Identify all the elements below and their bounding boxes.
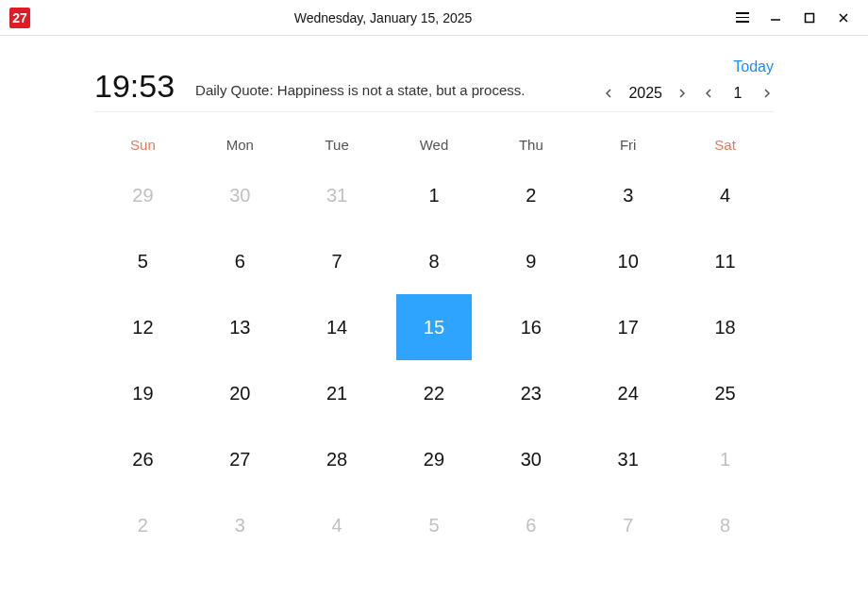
calendar-day-cell[interactable]: 6 xyxy=(192,228,289,294)
year-label: 2025 xyxy=(628,85,662,102)
titlebar-controls xyxy=(736,10,868,25)
calendar-day-cell[interactable]: 3 xyxy=(192,492,289,558)
minimize-button[interactable] xyxy=(768,10,783,25)
calendar-day-cell[interactable]: 10 xyxy=(579,228,676,294)
calendar-day-cell[interactable]: 4 xyxy=(289,492,386,558)
calendar-day-number: 5 xyxy=(105,228,180,294)
next-month-button[interactable] xyxy=(760,87,774,100)
app-window: 27 Wednesday, January 15, 2025 19:53 Dai… xyxy=(0,0,868,594)
weekday-header: Thu xyxy=(482,137,579,153)
calendar-day-number: 4 xyxy=(688,162,763,228)
calendar-grid: 2930311234567891011121314151617181920212… xyxy=(94,162,774,558)
header-right: Today 2025 1 xyxy=(602,58,774,102)
calendar-day-number: 23 xyxy=(493,360,569,426)
prev-month-button[interactable] xyxy=(702,87,715,100)
calendar-day-number: 30 xyxy=(202,162,277,228)
calendar-day-number: 29 xyxy=(105,162,180,228)
calendar-day-cell[interactable]: 29 xyxy=(386,426,483,492)
daily-quote: Daily Quote: Happiness is not a state, b… xyxy=(195,82,602,102)
calendar-day-cell[interactable]: 1 xyxy=(386,162,483,228)
calendar-day-number: 25 xyxy=(688,360,763,426)
calendar-day-cell[interactable]: 11 xyxy=(676,228,774,294)
app-icon: 27 xyxy=(9,8,30,28)
calendar-day-number: 8 xyxy=(688,492,763,558)
year-month-nav: 2025 1 xyxy=(602,85,774,102)
calendar-day-cell[interactable]: 22 xyxy=(386,360,483,426)
calendar-day-cell[interactable]: 31 xyxy=(579,426,676,492)
calendar-day-cell[interactable]: 18 xyxy=(676,294,774,360)
calendar-day-number: 5 xyxy=(396,492,472,558)
maximize-button[interactable] xyxy=(802,10,817,25)
titlebar: 27 Wednesday, January 15, 2025 xyxy=(0,0,868,36)
calendar-day-cell[interactable]: 8 xyxy=(676,492,774,558)
calendar-day-cell[interactable]: 13 xyxy=(192,294,289,360)
month-label: 1 xyxy=(728,85,747,102)
calendar-day-cell[interactable]: 26 xyxy=(94,426,192,492)
calendar-day-number: 22 xyxy=(396,360,472,426)
calendar-day-cell[interactable]: 16 xyxy=(482,294,579,360)
calendar-day-number: 4 xyxy=(299,492,375,558)
calendar-day-cell[interactable]: 4 xyxy=(676,162,774,228)
weekday-header: Fri xyxy=(579,137,676,153)
calendar-day-number: 31 xyxy=(591,426,666,492)
weekday-header: Mon xyxy=(192,137,289,153)
calendar-day-number: 30 xyxy=(493,426,569,492)
calendar-day-number: 6 xyxy=(202,228,277,294)
header: 19:53 Daily Quote: Happiness is not a st… xyxy=(94,36,774,112)
calendar-day-cell[interactable]: 14 xyxy=(289,294,386,360)
calendar-day-cell[interactable]: 19 xyxy=(94,360,192,426)
calendar-day-number: 29 xyxy=(396,426,472,492)
calendar-day-number: 16 xyxy=(493,294,569,360)
calendar-day-cell[interactable]: 28 xyxy=(289,426,386,492)
calendar-day-cell[interactable]: 31 xyxy=(289,162,386,228)
weekday-header: Sun xyxy=(94,137,192,153)
calendar-day-cell[interactable]: 8 xyxy=(386,228,483,294)
calendar-day-number: 6 xyxy=(493,492,569,558)
calendar-day-cell[interactable]: 3 xyxy=(579,162,676,228)
calendar-day-cell[interactable]: 1 xyxy=(676,426,774,492)
close-button[interactable] xyxy=(836,10,851,25)
calendar-day-cell[interactable]: 6 xyxy=(482,492,579,558)
calendar-day-cell[interactable]: 27 xyxy=(192,426,289,492)
calendar-day-cell[interactable]: 29 xyxy=(94,162,192,228)
calendar-day-cell[interactable]: 12 xyxy=(94,294,192,360)
calendar-day-number: 1 xyxy=(396,162,472,228)
calendar-day-number: 19 xyxy=(105,360,180,426)
calendar-day-number: 8 xyxy=(396,228,472,294)
calendar-day-number: 3 xyxy=(202,492,277,558)
calendar-day-number: 20 xyxy=(202,360,277,426)
next-year-button[interactable] xyxy=(676,87,689,100)
hamburger-menu-icon[interactable] xyxy=(736,12,749,23)
calendar-day-number: 18 xyxy=(688,294,763,360)
calendar-day-number: 7 xyxy=(299,228,375,294)
weekday-header: Sat xyxy=(676,137,774,153)
calendar-day-cell[interactable]: 30 xyxy=(482,426,579,492)
calendar-day-cell[interactable]: 9 xyxy=(482,228,579,294)
calendar-day-cell[interactable]: 20 xyxy=(192,360,289,426)
calendar-day-number: 24 xyxy=(591,360,666,426)
window-title: Wednesday, January 15, 2025 xyxy=(30,10,736,25)
calendar-day-number: 31 xyxy=(299,162,375,228)
calendar-day-cell[interactable]: 5 xyxy=(94,228,192,294)
calendar-day-cell[interactable]: 7 xyxy=(289,228,386,294)
today-link[interactable]: Today xyxy=(733,58,774,75)
svg-rect-1 xyxy=(806,13,814,22)
calendar-day-cell[interactable]: 17 xyxy=(579,294,676,360)
calendar-day-cell[interactable]: 2 xyxy=(94,492,192,558)
calendar-day-cell[interactable]: 30 xyxy=(192,162,289,228)
calendar-day-cell[interactable]: 25 xyxy=(676,360,774,426)
calendar-day-cell[interactable]: 5 xyxy=(386,492,483,558)
calendar-day-cell[interactable]: 15 xyxy=(386,294,483,360)
calendar-day-cell[interactable]: 7 xyxy=(579,492,676,558)
calendar-day-number: 14 xyxy=(299,294,375,360)
prev-year-button[interactable] xyxy=(602,87,615,100)
calendar-day-number: 11 xyxy=(688,228,763,294)
calendar-day-number: 1 xyxy=(688,426,763,492)
calendar-day-cell[interactable]: 24 xyxy=(579,360,676,426)
calendar-day-number: 15 xyxy=(396,294,472,360)
calendar-day-number: 26 xyxy=(105,426,180,492)
calendar-day-cell[interactable]: 23 xyxy=(482,360,579,426)
calendar-day-number: 12 xyxy=(105,294,180,360)
calendar-day-cell[interactable]: 21 xyxy=(289,360,386,426)
calendar-day-cell[interactable]: 2 xyxy=(482,162,579,228)
